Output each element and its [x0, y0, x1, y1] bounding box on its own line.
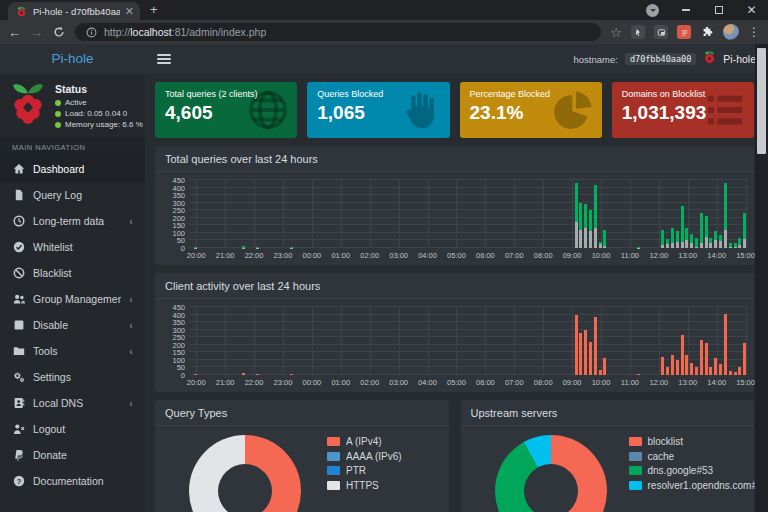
bar-client[interactable]	[738, 367, 741, 375]
bar-permitted[interactable]	[719, 235, 722, 241]
bar-client[interactable]	[714, 358, 717, 375]
bar-client[interactable]	[579, 333, 582, 375]
bar-blocked[interactable]	[594, 228, 597, 248]
legend-item-cache[interactable]: cache	[629, 451, 768, 462]
bar-client[interactable]	[724, 314, 727, 375]
bar-permitted[interactable]	[661, 230, 664, 245]
site-info-icon[interactable]	[84, 25, 98, 39]
bar-blocked[interactable]	[743, 239, 746, 248]
bar-client[interactable]	[661, 357, 664, 375]
total-queries-chart[interactable]: 050100150200250300350400450	[189, 180, 748, 248]
bar-permitted[interactable]	[666, 239, 669, 244]
sidebar-item-dashboard[interactable]: Dashboard	[0, 156, 145, 182]
tab-close-icon[interactable]: ✕	[125, 6, 134, 17]
sidebar-item-logout[interactable]: Logout	[0, 416, 145, 442]
browser-update-icon[interactable]	[636, 0, 669, 20]
bar-client[interactable]	[575, 315, 578, 375]
legend-item-dns-google-53[interactable]: dns.google#53	[629, 465, 768, 476]
legend-item-https[interactable]: HTTPS	[327, 480, 402, 491]
url-bar[interactable]: http://localhost:81/admin/index.php	[75, 23, 601, 41]
bar-permitted[interactable]	[579, 203, 582, 230]
bar-client[interactable]	[685, 355, 688, 375]
bar-blocked[interactable]	[589, 231, 592, 248]
forward-button[interactable]: →	[30, 26, 43, 39]
bar-client[interactable]	[695, 367, 698, 375]
bar-permitted[interactable]	[671, 228, 674, 243]
bar-client[interactable]	[603, 358, 606, 375]
bar-client[interactable]	[690, 363, 693, 375]
bar-permitted[interactable]	[589, 210, 592, 231]
bar-permitted[interactable]	[738, 238, 741, 245]
client-activity-chart[interactable]: 050100150200250300350400450	[189, 307, 748, 375]
bar-blocked[interactable]	[575, 222, 578, 248]
bar-blocked[interactable]	[579, 230, 582, 248]
page-scrollbar[interactable]	[755, 44, 768, 512]
legend-item-aaaa-ipv6[interactable]: AAAA (IPv6)	[327, 451, 402, 462]
bar-client[interactable]	[709, 367, 712, 375]
bar-permitted[interactable]	[681, 206, 684, 242]
reload-button[interactable]	[52, 25, 66, 39]
sidebar-item-settings[interactable]: Settings	[0, 364, 145, 390]
browser-tab[interactable]: Pi-hole - d70fbb40aa00 ✕	[8, 2, 140, 20]
extension-icon[interactable]	[631, 25, 645, 39]
bar-client[interactable]	[594, 317, 597, 375]
bar-permitted[interactable]	[705, 216, 708, 238]
extension-icon[interactable]	[654, 25, 668, 39]
bar-blocked[interactable]	[685, 240, 688, 248]
bar-blocked[interactable]	[714, 240, 717, 248]
header-brand[interactable]: Pi-hole	[723, 53, 756, 65]
bar-permitted[interactable]	[599, 242, 602, 244]
scrollbar-thumb[interactable]	[757, 48, 766, 154]
profile-avatar[interactable]	[723, 24, 739, 40]
bar-permitted[interactable]	[734, 243, 737, 246]
bar-blocked[interactable]	[724, 230, 727, 248]
bar-permitted[interactable]	[700, 213, 703, 243]
bar-client[interactable]	[589, 342, 592, 375]
bar-client[interactable]	[676, 360, 679, 375]
donut-chart-query-types[interactable]	[189, 435, 301, 512]
bar-blocked[interactable]	[705, 237, 708, 248]
bar-client[interactable]	[584, 330, 587, 375]
sidebar-item-documentation[interactable]: ?Documentation	[0, 468, 145, 494]
extension-icon[interactable]	[677, 25, 691, 39]
bar-permitted[interactable]	[709, 238, 712, 243]
sidebar-item-whitelist[interactable]: Whitelist	[0, 234, 145, 260]
bar-client[interactable]	[666, 367, 669, 375]
bar-permitted[interactable]	[743, 213, 746, 239]
bar-client[interactable]	[700, 340, 703, 375]
sidebar-item-disable[interactable]: Disable‹	[0, 312, 145, 338]
bar-client[interactable]	[705, 343, 708, 375]
back-button[interactable]: ←	[8, 26, 21, 39]
extensions-puzzle-icon[interactable]	[700, 25, 714, 39]
bar-client[interactable]	[743, 343, 746, 375]
sidebar-item-long-term-data[interactable]: Long-term data‹	[0, 208, 145, 234]
bar-permitted[interactable]	[714, 231, 717, 241]
sidebar-item-group-management[interactable]: Group Management‹	[0, 286, 145, 312]
bar-permitted[interactable]	[729, 243, 732, 246]
browser-menu-icon[interactable]: ⋮	[748, 26, 760, 38]
bar-permitted[interactable]	[685, 228, 688, 239]
bar-permitted[interactable]	[695, 238, 698, 246]
bar-permitted[interactable]	[724, 183, 727, 230]
bar-client[interactable]	[681, 335, 684, 375]
bar-permitted[interactable]	[584, 204, 587, 228]
legend-item-resolver1-opendns-com-53[interactable]: resolver1.opendns.com#53	[629, 480, 768, 491]
legend-item-ptr[interactable]: PTR	[327, 465, 402, 476]
bar-permitted[interactable]	[575, 183, 578, 222]
sidebar-item-donate[interactable]: Donate	[0, 442, 145, 468]
sidebar-item-query-log[interactable]: Query Log	[0, 182, 145, 208]
window-close-button[interactable]: ✕	[735, 0, 768, 20]
legend-item-a-ipv4[interactable]: A (IPv4)	[327, 436, 402, 447]
bar-blocked[interactable]	[584, 228, 587, 248]
window-maximize-button[interactable]	[702, 0, 735, 20]
sidebar-item-blacklist[interactable]: Blacklist	[0, 260, 145, 286]
sidebar-item-tools[interactable]: Tools‹	[0, 338, 145, 364]
sidebar-item-local-dns[interactable]: Local DNS‹	[0, 390, 145, 416]
hamburger-menu-icon[interactable]	[157, 54, 171, 64]
bar-client[interactable]	[671, 355, 674, 375]
bar-permitted[interactable]	[594, 185, 597, 229]
legend-item-blocklist[interactable]: blocklist	[629, 436, 768, 447]
bar-blocked[interactable]	[719, 241, 722, 248]
bar-client[interactable]	[719, 364, 722, 375]
new-tab-button[interactable]: +	[150, 3, 158, 17]
